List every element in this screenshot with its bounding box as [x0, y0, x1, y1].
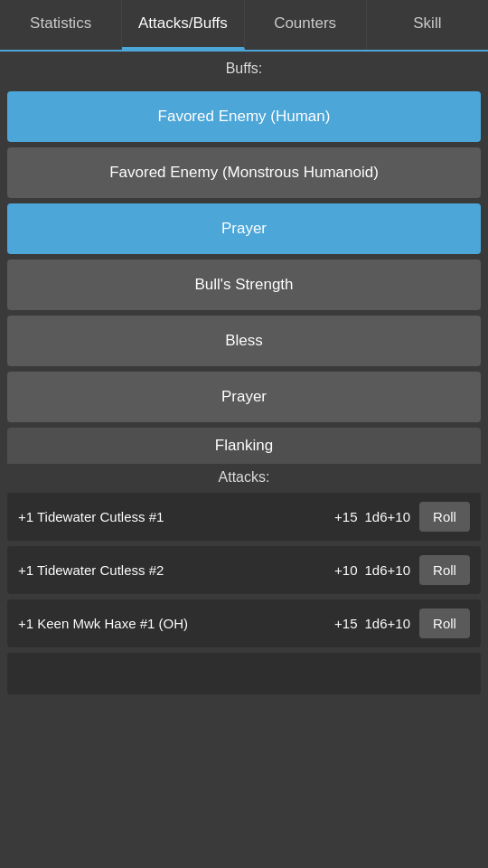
- buffs-section-header: Buffs:: [0, 52, 488, 86]
- attack-damage-1: 1d6+10: [365, 509, 410, 524]
- tab-attacks-buffs[interactable]: Attacks/Buffs: [122, 0, 244, 50]
- buff-button-favored-enemy-monstrous[interactable]: Favored Enemy (Monstrous Humanoid): [7, 147, 481, 198]
- attack-bonus-2: +10: [334, 562, 357, 578]
- buff-button-flanking[interactable]: Flanking: [7, 428, 481, 464]
- buff-button-favored-enemy-human[interactable]: Favored Enemy (Human): [7, 91, 481, 142]
- attack-row-2: +1 Tidewater Cutless #2 +10 1d6+10 Roll: [7, 546, 481, 594]
- tab-bar: Statistics Attacks/Buffs Counters Skill: [0, 0, 488, 52]
- attack-name-3: +1 Keen Mwk Haxe #1 (OH): [18, 616, 334, 631]
- attack-name-2: +1 Tidewater Cutless #2: [18, 562, 334, 578]
- attack-damage-3: 1d6+10: [365, 616, 410, 631]
- roll-button-1[interactable]: Roll: [419, 502, 470, 532]
- attack-row-3: +1 Keen Mwk Haxe #1 (OH) +15 1d6+10 Roll: [7, 599, 481, 647]
- buff-button-prayer-2[interactable]: Prayer: [7, 372, 481, 422]
- buff-button-bulls-strength[interactable]: Bull's Strength: [7, 259, 481, 310]
- tab-counters[interactable]: Counters: [245, 0, 367, 50]
- roll-button-2[interactable]: Roll: [419, 555, 470, 585]
- attacks-section-header: Attacks:: [0, 464, 488, 487]
- buff-button-prayer-1[interactable]: Prayer: [7, 203, 481, 254]
- attack-name-1: +1 Tidewater Cutless #1: [18, 509, 334, 524]
- attack-row-1: +1 Tidewater Cutless #1 +15 1d6+10 Roll: [7, 493, 481, 541]
- buff-button-bless[interactable]: Bless: [7, 316, 481, 366]
- attack-bonus-1: +15: [334, 509, 357, 524]
- attack-row-4-partial: [7, 653, 481, 694]
- tab-skill[interactable]: Skill: [367, 0, 488, 50]
- roll-button-3[interactable]: Roll: [419, 609, 470, 638]
- attack-bonus-3: +15: [334, 616, 357, 631]
- attack-damage-2: 1d6+10: [365, 562, 410, 578]
- tab-statistics[interactable]: Statistics: [0, 0, 122, 50]
